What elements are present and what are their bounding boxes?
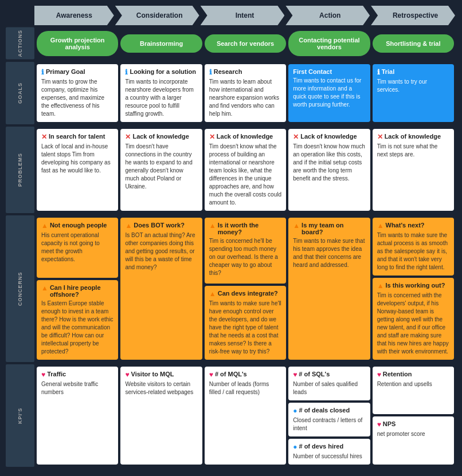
warning-icon-2-1: ▲ <box>209 290 216 298</box>
kpi-icon-4-1: ♥ <box>377 420 381 428</box>
kpis-cell-4: ♥ Retention Retention and upsells ♥ NPS … <box>373 367 454 465</box>
problems-card-2: ✕ Lack of knowledge Tim doesn't know wha… <box>205 129 286 211</box>
goals-card-3: First Contact Tim wants to contact us fo… <box>288 64 370 122</box>
kpis-card-3-0-title: ♥ # of SQL's <box>293 371 365 379</box>
concerns-card-4-0-body: Tim wants to make sure the actual proces… <box>377 231 449 272</box>
kpi-icon-1-0: ♥ <box>125 371 129 379</box>
info-icon-2: ℹ <box>209 68 212 76</box>
concerns-card-4-1: ▲ Is this working out? Tim is concerned … <box>373 278 454 360</box>
phase-intent: Intent <box>201 6 285 25</box>
goals-cell-1: ℹ Looking for a solution Tim wants to in… <box>120 64 202 122</box>
goals-card-1-body: Tim wants to incorporate nearshore devel… <box>125 78 197 118</box>
concerns-row: CONCERNS ▲ Not enough people His current… <box>6 215 456 362</box>
goals-card-1-title: ℹ Looking for a solution <box>125 68 197 76</box>
concerns-card-0-1-title: ▲ Can I hire people offshore? <box>41 284 113 298</box>
goals-card-0-title: ℹ Primary Goal <box>41 68 113 76</box>
concerns-card-1-0-body: Is BOT an actual thing? Are other compan… <box>125 231 197 272</box>
goals-card-2-title: ℹ Research <box>209 68 281 76</box>
concerns-card-4-1-title: ▲ Is this working out? <box>377 282 449 290</box>
concerns-card-2-0-body: Tim is concerned he'll be spending too m… <box>209 237 281 277</box>
concerns-card-4-1-body: Tim is concerned with the developers' ou… <box>377 292 449 356</box>
concerns-card-4-0: ▲ What's next? Tim wants to make sure th… <box>373 218 454 276</box>
concerns-card-2-0: ▲ Is it worth the money? Tim is concerne… <box>205 218 286 284</box>
phase-retrospective: Retrospective <box>371 6 455 25</box>
kpis-cell-0: ♥ Traffic General website traffic number… <box>37 367 118 465</box>
concerns-card-0-0-body: His current operational capacity is not … <box>41 231 113 263</box>
concerns-card-0-1: ▲ Can I hire people offshore? Is Eastern… <box>37 280 118 360</box>
problems-card-3: ✕ Lack of knowledge Tim doesn't know how… <box>288 129 370 211</box>
action-btn-2[interactable]: Search for vendors <box>205 34 286 53</box>
kpis-card-3-2-title: ● # of devs hired <box>293 443 365 451</box>
kpis-cell-3: ♥ # of SQL's Number of sales qualified l… <box>288 367 370 465</box>
goals-card-4-title: ℹ Trial <box>377 68 449 76</box>
kpis-card-1-0-title: ♥ Visitor to MQL <box>125 371 197 379</box>
info-icon-4: ℹ <box>377 68 380 76</box>
kpis-card-4-1: ♥ NPS net promoter score <box>373 416 454 465</box>
actions-row: ACTIONS Growth projection analysis Brain… <box>6 27 456 60</box>
concerns-card-2-1: ▲ Can devs integrate? Tim wants to make … <box>205 286 286 360</box>
goals-card-4: ℹ Trial Tim wants to try our services. <box>373 64 454 122</box>
goals-cell-4: ℹ Trial Tim wants to try our services. <box>373 64 454 122</box>
concerns-card-3-0: ▲ Is my team on board? Tim wants to make… <box>288 218 370 360</box>
problems-card-1-title: ✕ Lack of knowledge <box>125 133 197 141</box>
problems-cell-1: ✕ Lack of knowledge Tim doesn't have con… <box>120 129 202 211</box>
problems-card-0: ✕ In search for talent Lack of local and… <box>37 129 118 211</box>
goals-cell-0: ℹ Primary Goal Tim wants to grow the com… <box>37 64 118 122</box>
concerns-card-0-1-body: Is Eastern Europe stable enough to inves… <box>41 300 113 356</box>
kpis-card-4-1-body: net promoter score <box>377 430 449 438</box>
warning-icon-4-1: ▲ <box>377 282 384 290</box>
kpis-cell-2: ♥ # of MQL's Number of leads (forms fill… <box>205 367 286 465</box>
concerns-card-2-1-title: ▲ Can devs integrate? <box>209 290 281 298</box>
kpi-icon-0-0: ♥ <box>41 371 45 379</box>
warning-icon-4-0: ▲ <box>377 222 384 230</box>
action-btn-1[interactable]: Brainstorming <box>120 34 202 53</box>
kpis-card-3-1-body: Closed contracts / letters of intent <box>293 416 365 432</box>
kpis-card-3-1-title: ● # of deals closed <box>293 407 365 415</box>
goals-card-2: ℹ Research Tim wants to learn about how … <box>205 64 286 122</box>
goals-label: GOALS <box>6 62 34 124</box>
goals-cells: ℹ Primary Goal Tim wants to grow the com… <box>34 62 456 124</box>
action-btn-4[interactable]: Shortlisting & trial <box>373 34 454 53</box>
action-btn-0[interactable]: Growth projection analysis <box>37 31 118 56</box>
goals-card-3-body: Tim wants to contact us for more informa… <box>293 77 365 109</box>
kpi-icon-4-0: ♥ <box>377 371 381 379</box>
problems-card-1-body: Tim doesn't have connections in the coun… <box>125 143 197 191</box>
goals-card-2-body: Tim wants to learn about how internation… <box>209 78 281 118</box>
info-icon-0: ℹ <box>41 68 44 76</box>
goals-card-4-body: Tim wants to try our services. <box>377 78 449 94</box>
warning-icon-0-1: ▲ <box>41 284 48 292</box>
problems-card-4-body: Tim is not sure what the next steps are. <box>377 143 449 159</box>
concerns-card-2-0-title: ▲ Is it worth the money? <box>209 222 281 235</box>
error-icon-2: ✕ <box>209 133 215 141</box>
problems-card-4-title: ✕ Lack of knowledge <box>377 133 449 141</box>
info-icon-1: ℹ <box>125 68 128 76</box>
goals-card-1: ℹ Looking for a solution Tim wants to in… <box>120 64 202 122</box>
concerns-cell-3: ▲ Is my team on board? Tim wants to make… <box>288 218 370 360</box>
problems-cell-3: ✕ Lack of knowledge Tim doesn't know how… <box>288 129 370 211</box>
concerns-card-0-0-title: ▲ Not enough people <box>41 222 113 230</box>
kpis-card-4-0-title: ♥ Retention <box>377 371 449 379</box>
concerns-card-4-0-title: ▲ What's next? <box>377 222 449 230</box>
phase-consideration: Consideration <box>115 6 199 25</box>
problems-cell-2: ✕ Lack of knowledge Tim doesn't know wha… <box>205 129 286 211</box>
concerns-cell-0: ▲ Not enough people His current operatio… <box>37 218 118 360</box>
kpi-icon-3-1: ● <box>293 407 297 415</box>
kpi-icon-3-0: ♥ <box>293 371 297 379</box>
kpis-cells: ♥ Traffic General website traffic number… <box>34 364 456 467</box>
warning-icon-0-0: ▲ <box>41 222 48 230</box>
action-btn-3[interactable]: Contacting potential vendors <box>288 31 370 56</box>
problems-card-3-title: ✕ Lack of knowledge <box>293 133 365 141</box>
kpis-card-4-0: ♥ Retention Retention and upsells <box>373 367 454 415</box>
kpis-card-4-1-title: ♥ NPS <box>377 420 449 428</box>
concerns-card-3-0-title: ▲ Is my team on board? <box>293 222 365 235</box>
warning-icon-3-0: ▲ <box>293 222 300 230</box>
error-icon-1: ✕ <box>125 133 131 141</box>
kpi-icon-3-2: ● <box>293 443 297 451</box>
concerns-card-0-0: ▲ Not enough people His current operatio… <box>37 218 118 278</box>
problems-row: PROBLEMS ✕ In search for talent Lack of … <box>6 127 456 213</box>
concerns-card-1-0: ▲ Does BOT work? Is BOT an actual thing?… <box>120 218 202 360</box>
kpis-card-3-0: ♥ # of SQL's Number of sales qualified l… <box>288 367 370 400</box>
problems-label: PROBLEMS <box>6 127 34 213</box>
error-icon-4: ✕ <box>377 133 383 141</box>
kpis-card-3-2-body: Number of successful hires <box>293 453 365 461</box>
